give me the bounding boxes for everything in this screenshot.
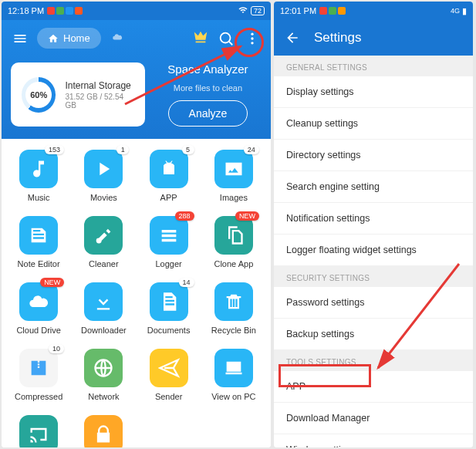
storage-card[interactable]: 60% Internal Storage 31.52 GB / 52.54 GB [11, 62, 145, 127]
setting-app[interactable]: APP [274, 371, 473, 403]
tile-label: Documents [147, 326, 191, 335]
analyze-button[interactable]: Analyze [168, 100, 248, 127]
setting-directory-settings[interactable]: Directory settings [274, 140, 473, 171]
tile-cleaner[interactable]: Cleaner [73, 216, 134, 268]
tile-label: Sender [155, 392, 182, 401]
analyzer-title: Space Analyzer [167, 62, 248, 76]
note-icon [19, 216, 58, 255]
stack-icon: 288 [150, 216, 188, 255]
status-time: 12:01 PM [280, 6, 316, 15]
settings-list[interactable]: GENERAL SETTINGSDisplay settingsCleanup … [274, 56, 473, 447]
signal-icon: ▮ [462, 6, 467, 16]
tile-downloader[interactable]: Downloader [73, 282, 134, 335]
settings-screen: 12:01 PM 4G ▮ Settings GENERAL SETTINGSD… [274, 2, 473, 447]
download-icon [84, 282, 123, 321]
settings-title: Settings [314, 30, 361, 46]
pc-icon [214, 349, 253, 387]
svg-point-2 [251, 37, 253, 39]
badge: NEW [40, 278, 64, 287]
space-analyzer: Space Analyzer More files to clean Analy… [154, 62, 262, 127]
crown-icon[interactable] [192, 29, 209, 49]
section-label: TOOLS SETTINGS [274, 350, 473, 371]
tile-label: Downloader [81, 326, 127, 335]
setting-download-manager[interactable]: Download Manager [274, 403, 473, 434]
wifi-icon [238, 5, 248, 16]
home-tab[interactable]: Home [37, 28, 101, 49]
more-menu-icon[interactable] [243, 29, 262, 48]
tile-movies[interactable]: 1Movies [73, 150, 134, 202]
tile-label: Recycle Bin [211, 326, 256, 335]
tile-music[interactable]: 153Music [8, 150, 69, 202]
tile-label: Note Editor [18, 259, 60, 268]
cast-icon [19, 415, 58, 447]
trash-icon [214, 282, 253, 321]
tile-sender[interactable]: Sender [138, 349, 200, 401]
tile-clone-app[interactable]: NEWClone App [203, 216, 265, 268]
tile-logger[interactable]: 288Logger [138, 216, 200, 268]
badge: 5 [182, 145, 194, 154]
badge: NEW [235, 211, 259, 221]
zip-icon: 10 [19, 349, 58, 387]
cloud-icon: NEW [19, 282, 58, 321]
setting-cleanup-settings[interactable]: Cleanup settings [274, 108, 473, 140]
storage-title: Internal Storage [65, 80, 134, 91]
tile-compressed[interactable]: 10Compressed [8, 349, 69, 401]
setting-password-settings[interactable]: Password settings [274, 287, 473, 319]
tile-label: Logger [155, 259, 181, 268]
back-icon[interactable] [285, 29, 302, 46]
tile-images[interactable]: 24Images [203, 150, 265, 202]
cloud-small-icon[interactable] [109, 32, 126, 46]
setting-window-settings[interactable]: Window settings [274, 434, 473, 447]
analyzer-subtitle: More files to clean [174, 83, 242, 93]
tile-label: Music [28, 193, 50, 202]
lock-icon [84, 415, 123, 447]
brush-icon [84, 216, 123, 255]
tile-cloud-drive[interactable]: NEWCloud Drive [8, 282, 69, 335]
status-app-icons [47, 7, 83, 15]
setting-backup-settings[interactable]: Backup settings [274, 319, 473, 350]
tile-encrypted[interactable]: Encrypted [73, 415, 134, 447]
tile-label: Compressed [15, 392, 62, 401]
tile-label: Network [88, 392, 119, 401]
file-manager-screen: 12:18 PM 72 Home [2, 2, 271, 447]
tile-cast[interactable]: Cast [8, 415, 69, 447]
section-label: SECURITY SETTINGS [274, 266, 473, 287]
setting-notification-settings[interactable]: Notification settings [274, 203, 473, 235]
status-bar: 12:18 PM 72 [2, 2, 271, 20]
tile-note-editor[interactable]: Note Editor [8, 216, 69, 268]
tile-recycle-bin[interactable]: Recycle Bin [203, 282, 265, 335]
setting-display-settings[interactable]: Display settings [274, 76, 473, 108]
settings-header: Settings [274, 20, 473, 56]
send-icon [150, 349, 188, 387]
badge: 1 [116, 145, 129, 154]
tile-label: Clone App [214, 259, 253, 268]
search-icon[interactable] [217, 29, 235, 48]
setting-search-engine-setting[interactable]: Search engine setting [274, 171, 473, 203]
tile-network[interactable]: Network [73, 349, 134, 401]
svg-point-3 [251, 42, 253, 44]
setting-logger-floating-widget-settings[interactable]: Logger floating widget settings [274, 235, 473, 266]
tools-grid: 153Music1Movies5APP24ImagesNote EditorCl… [2, 139, 271, 447]
net-icon [84, 349, 123, 387]
tile-app[interactable]: 5APP [138, 150, 200, 202]
network-label: 4G [451, 7, 460, 15]
badge: 14 [179, 278, 194, 287]
doc-icon: 14 [150, 282, 188, 321]
header: Home 60% Internal Storage 31.52 GB / 52 [2, 20, 271, 139]
tile-view-on-pc[interactable]: View on PC [203, 349, 265, 401]
tile-documents[interactable]: 14Documents [138, 282, 200, 335]
battery-icon: 72 [251, 6, 265, 15]
svg-point-0 [221, 32, 231, 42]
tile-label: Cleaner [89, 259, 119, 268]
svg-point-1 [251, 32, 253, 35]
badge: 24 [244, 145, 259, 154]
tile-label: View on PC [211, 392, 255, 401]
status-time: 12:18 PM [8, 6, 44, 15]
image-icon: 24 [214, 150, 253, 188]
storage-ring: 60% [22, 77, 56, 113]
tile-label: Movies [90, 193, 117, 202]
status-bar: 12:01 PM 4G ▮ [274, 2, 473, 20]
home-label: Home [63, 32, 90, 44]
menu-icon[interactable] [11, 29, 29, 48]
status-app-icons [319, 7, 346, 15]
